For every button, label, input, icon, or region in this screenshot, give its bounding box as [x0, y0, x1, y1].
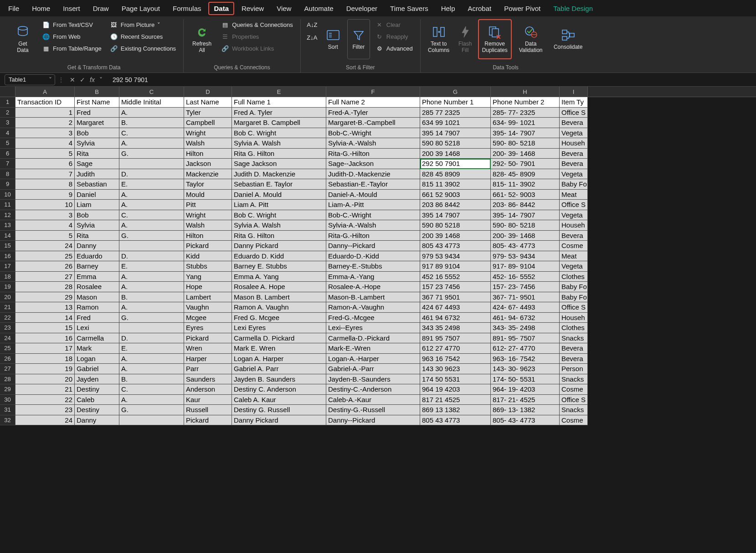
cell[interactable]: Transaction ID [15, 97, 75, 108]
cell[interactable]: Jayden [75, 374, 119, 385]
cell[interactable]: 612 27 4770 [420, 343, 491, 354]
cell[interactable]: 203- 86- 8442 [491, 200, 560, 210]
enter-icon[interactable]: ✓ [80, 76, 85, 83]
cell[interactable]: 24 [15, 415, 75, 426]
cell[interactable]: 16 [15, 333, 75, 344]
cell[interactable]: 18 [15, 354, 75, 364]
cell[interactable]: B. [119, 118, 184, 128]
cell[interactable]: 395 14 7907 [420, 128, 491, 139]
cell[interactable]: Fred-A.-Tyler [326, 108, 420, 118]
row-header[interactable]: 24 [0, 333, 15, 344]
cell[interactable]: Bob [75, 210, 119, 221]
cell[interactable]: 964 19 4203 [420, 384, 491, 395]
column-header-D[interactable]: D [184, 87, 232, 97]
cell[interactable]: Eyres [184, 323, 232, 333]
cell[interactable]: Rosalee [75, 282, 119, 292]
cell[interactable]: Meat [560, 251, 588, 262]
cell[interactable]: Sylvia [75, 220, 119, 231]
cell[interactable]: Office S [560, 395, 588, 405]
cell[interactable]: 590 80 5218 [420, 138, 491, 149]
flash-fill-button[interactable]: Flash Fill [455, 19, 475, 59]
cell[interactable]: 461 94 6732 [420, 313, 491, 323]
cell[interactable]: 661 52 9003 [420, 190, 491, 200]
cell[interactable]: Stubbs [184, 261, 232, 272]
cell[interactable]: 891 95 7507 [420, 333, 491, 344]
cell[interactable]: Eduardo [75, 251, 119, 262]
row-header[interactable]: 4 [0, 128, 15, 139]
cell[interactable]: Caleb-A.-Kaur [326, 395, 420, 405]
cell[interactable]: Barney-E.-Stubbs [326, 261, 420, 272]
cell[interactable]: 367 71 9501 [420, 292, 491, 303]
cell[interactable]: 343 35 2498 [420, 323, 491, 333]
cell[interactable]: Sage Jackson [232, 159, 326, 169]
queries-connections-button[interactable]: ▤Queries & Connections [218, 19, 296, 30]
row-header[interactable]: 23 [0, 323, 15, 333]
cell[interactable]: Mcgee [184, 313, 232, 323]
cell[interactable]: Mark [75, 343, 119, 354]
cell[interactable]: Cosme [560, 241, 588, 251]
cell[interactable]: Danny Pickard [232, 241, 326, 251]
cell[interactable]: D. [119, 169, 184, 180]
column-header-A[interactable]: A [15, 87, 75, 97]
cell[interactable]: A. [119, 282, 184, 292]
row-header[interactable]: 32 [0, 415, 15, 426]
cell[interactable]: 869- 13- 1382 [491, 405, 560, 415]
cell[interactable]: Sebastian [75, 179, 119, 190]
cell[interactable]: Judith D. Mackenzie [232, 169, 326, 180]
existing-connections-button[interactable]: 🔗Existing Connections [107, 43, 179, 54]
menu-help[interactable]: Help [436, 2, 461, 15]
cell[interactable]: Campbell [184, 118, 232, 128]
cell[interactable]: G. [119, 313, 184, 323]
column-header-H[interactable]: H [491, 87, 560, 97]
row-header[interactable]: 10 [0, 190, 15, 200]
cell[interactable]: Jackson [184, 159, 232, 169]
cell[interactable]: Sylvia A. Walsh [232, 138, 326, 149]
filter-button[interactable]: Filter [347, 19, 370, 59]
row-header[interactable]: 30 [0, 395, 15, 405]
cell[interactable]: 343- 35- 2498 [491, 323, 560, 333]
cell[interactable]: 367- 71- 9501 [491, 292, 560, 303]
cell[interactable]: Lexi Eyres [232, 323, 326, 333]
cell[interactable]: 22 [15, 395, 75, 405]
row-header[interactable]: 15 [0, 241, 15, 251]
cell[interactable]: 292 50 7901 [420, 159, 491, 169]
cell[interactable]: A. [119, 138, 184, 149]
cell[interactable] [119, 415, 184, 426]
cell[interactable]: Margaret-B.-Campbell [326, 118, 420, 128]
cell[interactable]: Logan [75, 354, 119, 364]
row-header[interactable]: 18 [0, 272, 15, 282]
menu-time-savers[interactable]: Time Savers [385, 2, 434, 15]
cell[interactable]: 590 80 5218 [420, 220, 491, 231]
cell[interactable]: 817 21 4525 [420, 395, 491, 405]
cell[interactable]: E. [119, 261, 184, 272]
cell[interactable]: Daniel A. Mould [232, 190, 326, 200]
cell[interactable]: 869 13 1382 [420, 405, 491, 415]
cell[interactable]: 200- 39- 1468 [491, 149, 560, 159]
cell[interactable]: Office S [560, 302, 588, 313]
column-header-B[interactable]: B [75, 87, 119, 97]
cell[interactable]: Vegeta [560, 261, 588, 272]
cell[interactable]: Bob-C.-Wright [326, 210, 420, 221]
cell[interactable]: 292- 50- 7901 [491, 159, 560, 169]
sort-desc-button[interactable]: Z↓A [305, 32, 319, 43]
row-header[interactable]: 22 [0, 313, 15, 323]
row-header[interactable]: 21 [0, 302, 15, 313]
cell[interactable]: 452 16 5552 [420, 272, 491, 282]
cell[interactable]: Pickard [184, 415, 232, 426]
cell[interactable]: Eduardo D. Kidd [232, 251, 326, 262]
cell[interactable]: Saunders [184, 374, 232, 385]
cell[interactable]: Sage [75, 159, 119, 169]
cell[interactable]: Full Name 1 [232, 97, 326, 108]
reapply-button[interactable]: ↻Reapply [373, 31, 416, 42]
cell[interactable]: Wright [184, 128, 232, 139]
cell[interactable]: Danny--Pickard [326, 241, 420, 251]
cell[interactable]: 828 45 8909 [420, 169, 491, 180]
cell[interactable]: Phone Number 1 [420, 97, 491, 108]
cell[interactable] [119, 241, 184, 251]
cell[interactable]: Carmella D. Pickard [232, 333, 326, 344]
cell[interactable]: Jayden B. Saunders [232, 374, 326, 385]
menu-view[interactable]: View [271, 2, 297, 15]
cell[interactable]: Bevera [560, 354, 588, 364]
cell[interactable]: Destiny-C.-Anderson [326, 384, 420, 395]
cell[interactable]: 2 [15, 118, 75, 128]
